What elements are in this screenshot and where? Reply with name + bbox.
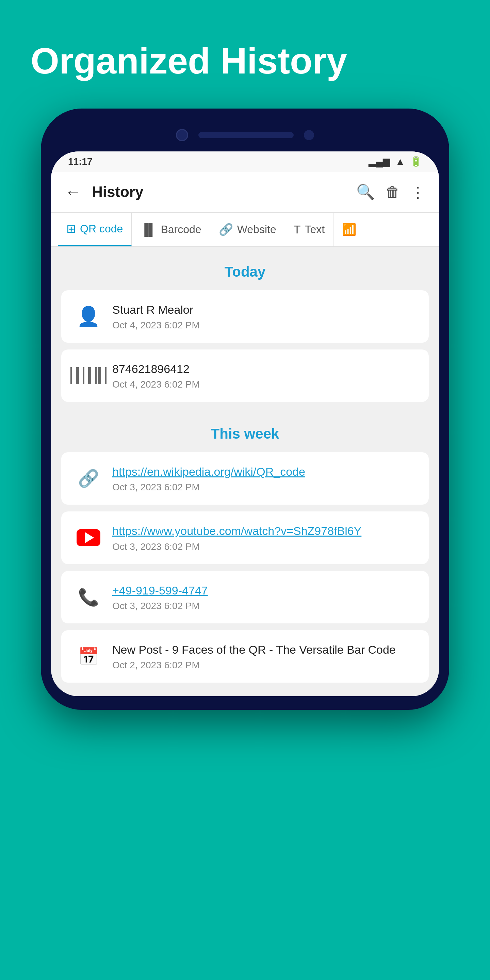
search-icon[interactable]: 🔍 bbox=[356, 183, 375, 201]
calendar-timestamp: Oct 2, 2023 6:02 PM bbox=[112, 660, 415, 671]
contact-icon: 👤 bbox=[76, 305, 100, 328]
contact-card-text: Stuart R Mealor Oct 4, 2023 6:02 PM bbox=[112, 302, 415, 331]
wikipedia-title: https://en.wikipedia.org/wiki/QR_code bbox=[112, 464, 415, 479]
youtube-card-text: https://www.youtube.com/watch?v=ShZ978fB… bbox=[112, 523, 415, 552]
tab-wifi[interactable]: 📶 bbox=[334, 213, 365, 247]
signal-icon: ▂▄▆ bbox=[369, 156, 390, 167]
link-tab-icon: 🔗 bbox=[219, 223, 233, 236]
wikipedia-timestamp: Oct 3, 2023 6:02 PM bbox=[112, 482, 415, 493]
barcode-visual-icon bbox=[70, 367, 107, 384]
header-title: History bbox=[92, 183, 346, 200]
calendar-title: New Post - 9 Faces of the QR - The Versa… bbox=[112, 642, 415, 657]
section-thisweek-header: This week bbox=[51, 409, 439, 452]
phone-timestamp: Oct 3, 2023 6:02 PM bbox=[112, 601, 415, 611]
phone-title: +49-919-599-4747 bbox=[112, 583, 415, 598]
phone-icon-wrap: 📞 bbox=[75, 584, 102, 611]
tab-website[interactable]: 🔗 Website bbox=[210, 213, 285, 247]
text-tab-icon: T bbox=[294, 223, 301, 236]
calendar-icon-wrap: 📅 bbox=[75, 643, 102, 670]
status-icons: ▂▄▆ ▲ 🔋 bbox=[369, 156, 422, 167]
barcode-card-text: 874621896412 Oct 4, 2023 6:02 PM bbox=[112, 361, 415, 390]
delete-icon[interactable]: 🗑 bbox=[385, 183, 400, 200]
tab-qrcode-label: QR code bbox=[80, 223, 123, 235]
barcode-title: 874621896412 bbox=[112, 361, 415, 376]
status-bar: 11:17 ▂▄▆ ▲ 🔋 bbox=[51, 151, 439, 172]
tab-barcode[interactable]: ▐▌ Barcode bbox=[132, 213, 210, 247]
notch-camera bbox=[176, 129, 188, 141]
phone-container: 11:17 ▂▄▆ ▲ 🔋 ← History 🔍 🗑 ⋮ bbox=[41, 108, 449, 710]
barcode-tab-icon: ▐▌ bbox=[140, 223, 156, 236]
notch-bar bbox=[198, 132, 294, 138]
contact-icon-wrap: 👤 bbox=[75, 303, 102, 330]
more-icon[interactable]: ⋮ bbox=[410, 183, 425, 201]
battery-icon: 🔋 bbox=[410, 156, 422, 167]
wifi-status-icon: ▲ bbox=[395, 156, 405, 167]
history-card-youtube[interactable]: https://www.youtube.com/watch?v=ShZ978fB… bbox=[61, 511, 429, 564]
tab-text-label: Text bbox=[305, 223, 325, 236]
tab-qrcode[interactable]: ⊞ QR code bbox=[58, 213, 132, 247]
link-icon-wrap: 🔗 bbox=[75, 465, 102, 492]
history-card-phone[interactable]: 📞 +49-919-599-4747 Oct 3, 2023 6:02 PM bbox=[61, 571, 429, 624]
section-today-header: Today bbox=[51, 247, 439, 290]
barcode-icon-wrap bbox=[75, 362, 102, 389]
header-actions: 🔍 🗑 ⋮ bbox=[356, 183, 425, 201]
barcode-timestamp: Oct 4, 2023 6:02 PM bbox=[112, 379, 415, 390]
youtube-icon bbox=[76, 529, 100, 546]
tab-text[interactable]: T Text bbox=[285, 213, 334, 247]
scroll-content: Today 👤 Stuart R Mealor Oct 4, 2023 6:02… bbox=[51, 247, 439, 682]
youtube-icon-wrap bbox=[75, 524, 102, 551]
back-button[interactable]: ← bbox=[65, 182, 82, 202]
contact-title: Stuart R Mealor bbox=[112, 302, 415, 317]
history-card-calendar[interactable]: 📅 New Post - 9 Faces of the QR - The Ver… bbox=[61, 630, 429, 682]
tab-website-label: Website bbox=[237, 223, 276, 236]
status-time: 11:17 bbox=[68, 156, 92, 167]
phone-card-text: +49-919-599-4747 Oct 3, 2023 6:02 PM bbox=[112, 583, 415, 611]
calendar-card-text: New Post - 9 Faces of the QR - The Versa… bbox=[112, 642, 415, 671]
youtube-timestamp: Oct 3, 2023 6:02 PM bbox=[112, 541, 415, 552]
phone-notch-area bbox=[51, 122, 439, 151]
wikipedia-card-text: https://en.wikipedia.org/wiki/QR_code Oc… bbox=[112, 464, 415, 493]
history-card-wikipedia[interactable]: 🔗 https://en.wikipedia.org/wiki/QR_code … bbox=[61, 452, 429, 504]
history-card-contact[interactable]: 👤 Stuart R Mealor Oct 4, 2023 6:02 PM bbox=[61, 290, 429, 343]
page-title: Organized History bbox=[0, 0, 490, 108]
phone-shell: 11:17 ▂▄▆ ▲ 🔋 ← History 🔍 🗑 ⋮ bbox=[41, 108, 449, 710]
tab-bar: ⊞ QR code ▐▌ Barcode 🔗 Website T Text 📶 bbox=[51, 213, 439, 247]
app-header: ← History 🔍 🗑 ⋮ bbox=[51, 172, 439, 213]
wifi-tab-icon: 📶 bbox=[342, 223, 356, 236]
history-card-barcode[interactable]: 874621896412 Oct 4, 2023 6:02 PM bbox=[61, 350, 429, 402]
youtube-title: https://www.youtube.com/watch?v=ShZ978fB… bbox=[112, 523, 415, 538]
phone-screen: 11:17 ▂▄▆ ▲ 🔋 ← History 🔍 🗑 ⋮ bbox=[51, 151, 439, 696]
phone-call-icon: 📞 bbox=[78, 587, 99, 607]
link-chain-icon: 🔗 bbox=[78, 469, 99, 488]
calendar-event-icon: 📅 bbox=[78, 646, 99, 666]
youtube-play-icon bbox=[85, 532, 94, 543]
contact-timestamp: Oct 4, 2023 6:02 PM bbox=[112, 320, 415, 331]
qrcode-icon: ⊞ bbox=[66, 222, 76, 235]
tab-barcode-label: Barcode bbox=[161, 223, 201, 236]
notch-dot bbox=[304, 130, 314, 140]
